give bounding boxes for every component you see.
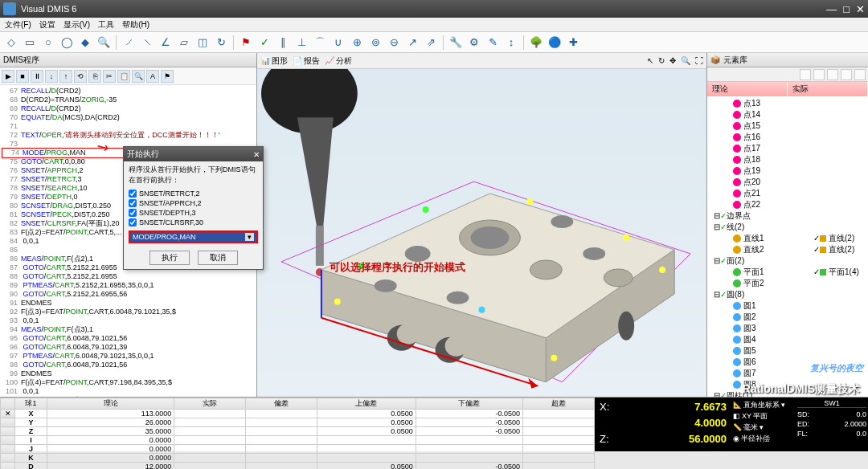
tab-graphic[interactable]: 📊 图形 [260,55,288,67]
tool-perp-icon[interactable]: ⊥ [293,35,309,51]
grid-row[interactable]: I0.0000 [1,436,595,445]
tool-line1-icon[interactable]: ⟋ [121,35,137,51]
tree-group[interactable]: ⊟ ✓ 边界点 [709,210,866,222]
tool-rotate-icon[interactable]: ↻ [213,35,229,51]
menu-view[interactable]: 显示(V) [63,19,90,31]
tool-conc-icon[interactable]: ⊚ [367,35,383,51]
grid-row[interactable]: K0.0000 [1,454,595,463]
code-line[interactable]: 72TEXT/OPER,'请将测头移动到安全位置，DCC测量开始！！！' [2,131,255,140]
tree-point-item[interactable]: 点18 [709,154,866,165]
tree-group[interactable]: ⊟ ✓ 线(2) [709,222,866,233]
tree-point-item[interactable]: 点16 [709,132,866,143]
code-line[interactable]: 102MEAS/POINT,F(点4),1 [2,396,255,397]
feature-tree[interactable]: 点13点14点15点16点17点18点19点20点21点22⊟ ✓ 边界点⊟ ✓… [707,96,868,397]
prog-btn-1[interactable]: ▶ [2,70,14,83]
code-line[interactable]: 98 GOTO/CART,6.0048,79.1021,56 [2,361,255,369]
tool-arc-icon[interactable]: ⌒ [312,35,328,51]
grid-row[interactable]: J0.0000 [1,445,595,454]
menu-tools[interactable]: 工具 [98,19,114,31]
code-line[interactable]: 93 0,0,1 [2,316,255,325]
tool-runout-icon[interactable]: ↗ [404,35,420,51]
grid-row[interactable]: Y26.00000.0500-0.0500 [1,418,595,427]
tool-circle-icon[interactable]: ○ [40,35,56,51]
tool-probe2-icon[interactable]: ⚙ [466,35,482,51]
tree-point-item[interactable]: 点17 [709,143,866,154]
code-line[interactable]: 91ENDMES [2,299,255,308]
dialog-close-icon[interactable]: ✕ [253,150,260,159]
coord-comp-label[interactable]: ◉ 半径补偿 [733,433,794,444]
code-line[interactable]: 71 [2,122,255,131]
tool-zoom-icon[interactable]: 🔍 [96,35,112,51]
tool-parallel-icon[interactable]: ∥ [275,35,291,51]
code-line[interactable]: 95 GOTO/CART,6.0048,79.1021,56 [2,334,255,343]
dialog-check-0[interactable] [129,190,137,198]
prog-btn-5[interactable]: ↑ [59,70,72,83]
view-cursor-icon[interactable]: ↖ [647,56,653,65]
code-line[interactable]: 94MEAS/POINT,F(点3),1 [2,325,255,334]
code-line[interactable]: 88 GOTO/CART,5.2152,21.6955 [2,272,255,281]
grid-row[interactable]: D12.00000.0500-0.0500 [1,463,595,470]
code-line[interactable]: 70EQUATE/DA(MCS),DA(CRD2) [2,113,255,122]
code-line[interactable]: 99ENDMES [2,369,255,378]
dialog-check-3[interactable] [129,218,137,226]
tree-feature-item[interactable]: 圆5 [709,345,866,357]
prog-btn-8[interactable]: ✂ [103,70,116,83]
tree-point-item[interactable]: 点21 [709,188,866,199]
tree-feature-item[interactable]: 直线2✓直线(2) [709,244,866,255]
code-line[interactable]: 101 0,0,1 [2,387,255,396]
minimize-button[interactable]: — [826,3,837,15]
tool-shape1-icon[interactable]: ◇ [3,35,19,51]
prog-btn-6[interactable]: ⟲ [74,70,87,83]
menu-settings[interactable]: 设置 [39,19,55,31]
tool-circle2-icon[interactable]: ◯ [59,35,75,51]
coord-system-label[interactable]: 📐 直角坐标系 ▾ [733,399,794,410]
tree-group[interactable]: ⊟ ✓ 圆(8) [709,289,866,300]
coord-unit-label[interactable]: 📏 毫米 ▾ [733,422,794,433]
tree-feature-item[interactable]: 平面2 [709,278,866,289]
feat-btn-4[interactable] [841,69,852,80]
code-line[interactable]: 92F(点3)=FEAT/POINT,CART,6.0048,79.1021,3… [2,308,255,316]
code-line[interactable]: 100F(点4)=FEAT/POINT,CART,97.198,84.395,3… [2,378,255,387]
tree-feature-item[interactable]: 平面1✓平面1(4) [709,267,866,278]
grid-row[interactable]: Z35.00000.0500-0.0500 [1,427,595,436]
tree-point-item[interactable]: 点19 [709,165,866,177]
tree-point-item[interactable]: 点14 [709,109,866,120]
results-grid[interactable]: 球1理论实际偏差上偏差下偏差超差✕X113.00000.0500-0.0500Y… [0,398,595,451]
code-line[interactable]: 69RECALL/D(CRD2) [2,104,255,113]
menu-file[interactable]: 文件(F) [5,19,31,31]
tab-analysis[interactable]: 📈 分析 [325,55,352,67]
tab-report[interactable]: 📄 报告 [293,55,320,67]
dialog-execute-button[interactable]: 执行 [149,251,190,265]
tool-truntout-icon[interactable]: ⇗ [423,35,439,51]
code-line[interactable]: 68D(CRD2)=TRANS/ZORIG,-35 [2,96,255,104]
tool-line2-icon[interactable]: ⟍ [139,35,155,51]
code-line[interactable]: 67RECALL/D(CRD2) [2,87,255,96]
prog-btn-10[interactable]: 🔍 [132,70,145,83]
maximize-button[interactable]: □ [843,3,850,15]
tool-probe4-icon[interactable]: ↕ [503,35,519,51]
tool-grid-icon[interactable]: ◫ [194,35,211,51]
tool-sphere-icon[interactable]: 🔵 [547,35,563,51]
tool-check-icon[interactable]: ✓ [256,35,272,51]
tool-colin-icon[interactable]: ⊖ [386,35,402,51]
prog-btn-11[interactable]: A [146,70,159,83]
3d-viewport[interactable]: 可以选择程序执行的开始模式 [257,69,706,397]
code-line[interactable]: 89 PTMEAS/CART,5.2152,21.6955,35,0,0,1 [2,281,255,290]
tool-flag-icon[interactable]: ⚑ [238,35,254,51]
dialog-mode-combo[interactable]: MODE/PROG,MAN ▾ [129,230,258,243]
tree-group[interactable]: ⊟ ✓ 面(2) [709,255,866,267]
feat-btn-3[interactable] [827,69,838,80]
tree-feature-item[interactable]: 直线1✓直线(2) [709,233,866,244]
code-line[interactable]: 90 GOTO/CART,5.2152,21.6955,56 [2,290,255,299]
prog-btn-9[interactable]: 📋 [117,70,130,83]
code-line[interactable]: 97 PTMEAS/CART,6.0048,79.1021,35,0,0,1 [2,352,255,361]
coord-plane-label[interactable]: ◧ XY 平面 [733,410,794,422]
tool-union-icon[interactable]: ∪ [330,35,346,51]
prog-btn-7[interactable]: ⎘ [88,70,101,83]
prog-btn-3[interactable]: ⏸ [31,70,43,83]
view-fit-icon[interactable]: ⛶ [695,56,703,65]
prog-btn-2[interactable]: ■ [16,70,29,83]
tool-probe3-icon[interactable]: ✎ [485,35,501,51]
tree-point-item[interactable]: 点13 [709,98,866,109]
menu-help[interactable]: 帮助(H) [122,19,149,31]
